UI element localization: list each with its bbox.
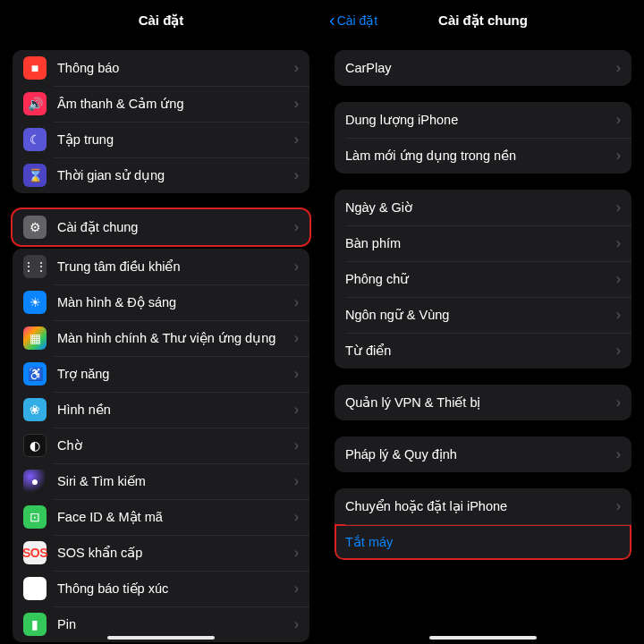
row-label: Tắt máy [345, 535, 621, 549]
chevron-right-icon: › [616, 446, 621, 462]
chevron-right-icon: › [294, 258, 299, 275]
row-label: Ngày & Giờ [345, 200, 611, 215]
chevron-right-icon: › [616, 307, 621, 323]
navbar-left: Cài đặt [0, 0, 322, 41]
chevron-right-icon: › [616, 235, 621, 251]
settings-row[interactable]: ⊡Face ID & Mật mã› [13, 499, 309, 535]
row-label: Chuyển hoặc đặt lại iPhone [345, 499, 611, 513]
chevron-right-icon: › [294, 616, 299, 632]
row-label: Từ điển [345, 343, 611, 358]
chevron-right-icon: › [616, 199, 621, 216]
general-settings-screen: ‹ Cài đặt Cài đặt chung CarPlay›Dung lượ… [322, 0, 644, 644]
general-list[interactable]: CarPlay›Dung lượng iPhone›Làm mới ứng dụ… [322, 41, 644, 644]
standby-icon: ◐ [23, 434, 47, 457]
row-label: Ngôn ngữ & Vùng [345, 308, 611, 322]
settings-row[interactable]: Ngày & Giờ› [335, 190, 631, 225]
settings-row[interactable]: Ngôn ngữ & Vùng› [335, 297, 631, 333]
row-label: Hình nền [57, 402, 289, 417]
back-label: Cài đặt [337, 13, 378, 28]
row-label: Thông báo [57, 61, 289, 75]
chevron-right-icon: › [616, 343, 621, 359]
general-icon: ⚙ [23, 216, 47, 239]
row-label: Tập trung [57, 132, 289, 147]
page-title: Cài đặt chung [438, 13, 528, 29]
battery-icon: ▮ [23, 613, 47, 636]
settings-row[interactable]: ☀Màn hình & Độ sáng› [13, 284, 309, 320]
settings-row[interactable]: Tắt máy [335, 524, 631, 560]
homescreen-icon: ▦ [23, 326, 47, 350]
row-label: Pháp lý & Quy định [345, 447, 611, 462]
chevron-right-icon: › [294, 330, 299, 346]
settings-row[interactable]: ☾Tập trung› [13, 122, 309, 157]
accessibility-icon: ♿ [23, 362, 47, 386]
row-label: Thời gian sử dụng [57, 168, 289, 182]
settings-row[interactable]: Phông chữ› [335, 261, 631, 297]
chevron-right-icon: › [294, 131, 299, 148]
settings-row[interactable]: Pháp lý & Quy định› [335, 436, 631, 472]
settings-list[interactable]: ■Thông báo›🔊Âm thanh & Cảm ứng›☾Tập trun… [0, 41, 322, 644]
back-button[interactable]: ‹ Cài đặt [329, 0, 377, 41]
row-label: Bàn phím [345, 236, 611, 250]
settings-row[interactable]: ⚙Cài đặt chung› [13, 209, 309, 245]
exposure-icon: ✳ [23, 577, 47, 600]
screentime-icon: ⌛ [23, 164, 47, 187]
row-label: Làm mới ứng dụng trong nền [345, 148, 611, 163]
chevron-right-icon: › [616, 60, 621, 76]
settings-row[interactable]: ❀Hình nền› [13, 392, 309, 428]
focus-icon: ☾ [23, 128, 47, 151]
settings-row[interactable]: ✳Thông báo tiếp xúc› [13, 571, 309, 606]
row-label: Pin [57, 617, 289, 631]
siri-icon: ● [23, 470, 47, 493]
settings-row[interactable]: Bàn phím› [335, 225, 631, 261]
chevron-right-icon: › [294, 219, 299, 235]
settings-row[interactable]: Quản lý VPN & Thiết bị› [335, 385, 631, 420]
row-label: Trung tâm điều khiển [57, 259, 289, 274]
settings-row[interactable]: CarPlay› [335, 50, 631, 86]
navbar-right: ‹ Cài đặt Cài đặt chung [322, 0, 644, 41]
row-label: Phông chữ [345, 272, 611, 286]
settings-row[interactable]: 🔊Âm thanh & Cảm ứng› [13, 86, 309, 122]
chevron-right-icon: › [616, 112, 621, 128]
settings-screen: Cài đặt ■Thông báo›🔊Âm thanh & Cảm ứng›☾… [0, 0, 322, 644]
sound-icon: 🔊 [23, 92, 47, 115]
notification-icon: ■ [23, 56, 47, 80]
home-indicator[interactable] [429, 636, 537, 640]
chevron-right-icon: › [294, 294, 299, 310]
row-label: Face ID & Mật mã [57, 510, 289, 524]
home-indicator[interactable] [107, 636, 215, 640]
settings-row[interactable]: Làm mới ứng dụng trong nền› [335, 138, 631, 174]
settings-row[interactable]: ■Thông báo› [13, 50, 309, 86]
row-label: Thông báo tiếp xúc [57, 581, 289, 596]
row-label: Cài đặt chung [57, 220, 289, 234]
row-label: Màn hình & Độ sáng [57, 295, 289, 309]
settings-row[interactable]: ⋮⋮Trung tâm điều khiển› [13, 249, 309, 284]
faceid-icon: ⊡ [23, 505, 47, 529]
page-title: Cài đặt [139, 13, 184, 29]
chevron-right-icon: › [616, 498, 621, 514]
wallpaper-icon: ❀ [23, 398, 47, 421]
chevron-right-icon: › [294, 437, 299, 453]
chevron-left-icon: ‹ [329, 11, 335, 29]
settings-row[interactable]: ◐Chờ› [13, 428, 309, 463]
chevron-right-icon: › [294, 402, 299, 418]
settings-row[interactable]: ♿Trợ năng› [13, 356, 309, 392]
row-label: CarPlay [345, 61, 611, 75]
chevron-right-icon: › [616, 394, 621, 411]
settings-row[interactable]: Từ điển› [335, 333, 631, 369]
settings-row[interactable]: ⌛Thời gian sử dụng› [13, 157, 309, 193]
row-label: Siri & Tìm kiếm [57, 474, 289, 488]
settings-row[interactable]: Chuyển hoặc đặt lại iPhone› [335, 488, 631, 524]
chevron-right-icon: › [294, 509, 299, 525]
chevron-right-icon: › [294, 545, 299, 561]
chevron-right-icon: › [294, 96, 299, 112]
settings-row[interactable]: SOSSOS khẩn cấp› [13, 535, 309, 571]
settings-row[interactable]: ●Siri & Tìm kiếm› [13, 463, 309, 499]
chevron-right-icon: › [294, 366, 299, 382]
row-label: Dung lượng iPhone [345, 113, 611, 127]
chevron-right-icon: › [294, 167, 299, 183]
sos-icon: SOS [23, 541, 47, 564]
control-center-icon: ⋮⋮ [23, 255, 47, 278]
row-label: Chờ [57, 438, 289, 453]
settings-row[interactable]: Dung lượng iPhone› [335, 102, 631, 138]
settings-row[interactable]: ▦Màn hình chính & Thư viện ứng dụng› [13, 320, 309, 356]
